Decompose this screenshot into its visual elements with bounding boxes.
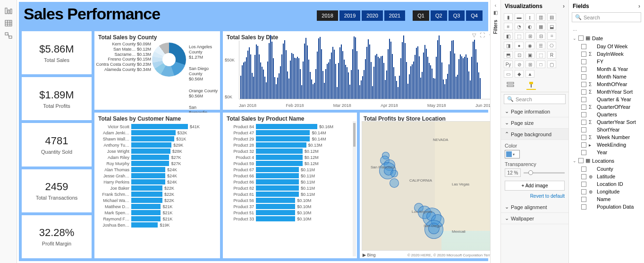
quarter-slicer-Q1[interactable]: Q1 — [413, 10, 429, 21]
field-monthofyear[interactable]: ΣMonthOfYear — [571, 80, 644, 88]
viz-type-icon[interactable]: ≡ — [504, 23, 513, 30]
viz-type-icon[interactable]: ▦ — [536, 23, 545, 30]
field-weekending[interactable]: ▸WeekEnding — [571, 141, 644, 149]
year-slicer-2019[interactable]: 2019 — [339, 10, 360, 21]
viz-type-icon[interactable]: ⊞ — [525, 61, 534, 68]
sales-by-date-chart[interactable]: Total Sales by Date ▽ ⛶ ⋯ $50K $0K Jan 2… — [223, 31, 490, 110]
expand-filters-icon[interactable]: ‹ — [495, 3, 496, 8]
scrollbar[interactable] — [353, 121, 356, 256]
viz-type-icon[interactable]: ▢ — [547, 61, 556, 68]
transparency-value[interactable]: 12 % — [505, 168, 521, 177]
report-view-icon[interactable] — [4, 8, 13, 14]
color-picker[interactable]: ▾ — [505, 150, 520, 158]
fields-search[interactable]: 🔍Search — [572, 12, 641, 22]
kpi-card[interactable]: $1.89MTotal Profits — [22, 77, 92, 120]
kpi-card[interactable]: 4781Quantity Sold — [22, 123, 92, 166]
viz-type-icon[interactable]: ☰ — [536, 42, 545, 49]
section-page-alignment[interactable]: ⌄Page alignment — [501, 202, 568, 213]
viz-type-icon[interactable]: ▬ — [515, 13, 524, 21]
revert-default-link[interactable]: Revert to default — [505, 193, 565, 199]
year-slicer-2018[interactable]: 2018 — [317, 10, 338, 21]
section-page-information[interactable]: ⌄Page information — [501, 106, 568, 117]
viz-type-icon[interactable]: ⊘ — [515, 61, 524, 68]
section-wallpaper[interactable]: ⌄Wallpaper — [501, 213, 568, 224]
table-locations[interactable]: ⌄▦Locations — [571, 156, 644, 165]
viz-type-icon[interactable]: ◔ — [515, 23, 524, 30]
quarter-slicer-Q4[interactable]: Q4 — [466, 10, 483, 21]
viz-type-icon[interactable]: ▤ — [547, 13, 556, 21]
viz-type-icon[interactable]: ⊞ — [525, 32, 534, 40]
section-page-background[interactable]: ⌃Page background — [501, 129, 568, 140]
field-longitude[interactable]: ⊕Longitude — [571, 188, 644, 195]
quarter-slicer-Q3[interactable]: Q3 — [449, 10, 465, 21]
format-search[interactable]: 🔍Search — [504, 94, 566, 104]
viz-type-icon[interactable]: ◉ — [525, 42, 534, 49]
kpi-card[interactable]: 32.28%Profit Margin — [22, 215, 92, 258]
kpi-card[interactable]: $5.86MTotal Sales — [22, 31, 92, 74]
viz-type-icon[interactable]: ◆ — [515, 70, 524, 78]
field-latitude[interactable]: ⊕Latitude — [571, 173, 644, 180]
field-population-data[interactable]: Population Data — [571, 203, 644, 210]
field-county[interactable]: County — [571, 165, 644, 173]
viz-type-icon[interactable]: ⬓ — [547, 23, 556, 30]
viz-type-icon[interactable]: ▲ — [525, 70, 534, 78]
transparency-slider[interactable] — [524, 172, 565, 174]
profits-by-location-map[interactable]: Total Profits by Store Location NEVADASa… — [360, 113, 490, 258]
field-monthyear-sort[interactable]: ΣMonthYear Sort — [571, 88, 644, 96]
field-name[interactable]: Name — [571, 195, 644, 203]
field-day-of-week[interactable]: Day Of Week — [571, 43, 644, 50]
table-date[interactable]: ⌄▦Date — [571, 34, 644, 43]
field-week-number[interactable]: ΣWeek Number — [571, 133, 644, 141]
add-image-button[interactable]: + Add image — [505, 181, 565, 191]
filter-icon[interactable]: ▽ — [472, 32, 476, 38]
viz-type-icon[interactable]: ⊡ — [515, 51, 524, 59]
field-quarterofyear[interactable]: ΣQuarterOfYear — [571, 103, 644, 111]
field-quarters[interactable]: Quarters — [571, 111, 644, 118]
field-month-name[interactable]: Month Name — [571, 73, 644, 80]
bookmark-icon[interactable]: ◧ — [493, 10, 498, 15]
field-quarteryear-sort[interactable]: ΣQuarterYear Sort — [571, 118, 644, 126]
viz-type-icon[interactable]: ▭ — [504, 70, 513, 78]
field-quarter-&-year[interactable]: Quarter & Year — [571, 96, 644, 103]
report-canvas[interactable]: Sales Performance 2018201920202021 Q1Q2Q… — [17, 0, 490, 263]
field-month-&-year[interactable]: Month & Year — [571, 65, 644, 73]
sales-by-product-bars[interactable]: Total Sales by Product Name Product 84$0… — [223, 113, 357, 258]
viz-type-icon[interactable]: ⬒ — [504, 51, 513, 59]
viz-type-icon[interactable]: ◧ — [504, 32, 513, 40]
viz-type-icon[interactable]: ◨ — [504, 42, 513, 49]
format-tab-icon[interactable] — [526, 80, 536, 90]
viz-type-icon[interactable]: ⌗ — [547, 32, 556, 40]
viz-type-icon[interactable]: R — [547, 51, 556, 59]
viz-type-icon[interactable]: ⊟ — [536, 32, 545, 40]
kpi-card[interactable]: 2459Total Transactions — [22, 169, 92, 212]
year-slicer-2021[interactable]: 2021 — [384, 10, 405, 21]
collapse-icon[interactable]: › — [638, 3, 640, 9]
viz-type-icon[interactable]: ▮ — [504, 13, 513, 21]
field-location-id[interactable]: Location ID — [571, 180, 644, 188]
viz-type-icon[interactable]: ⬚ — [515, 32, 524, 40]
field-dayinweek[interactable]: ΣDayInWeek — [571, 50, 644, 58]
viz-type-icon[interactable]: ▥ — [536, 13, 545, 21]
section-page-size[interactable]: ⌄Page size — [501, 117, 568, 129]
model-view-icon[interactable] — [4, 32, 13, 39]
field-shortyear[interactable]: ShortYear — [571, 126, 644, 133]
viz-type-icon[interactable]: Py — [504, 61, 513, 68]
viz-type-icon[interactable]: □ — [536, 61, 545, 68]
focus-icon[interactable]: ⛶ — [480, 32, 485, 38]
collapse-icon[interactable]: › — [563, 3, 565, 9]
viz-type-icon[interactable]: ⫿ — [525, 13, 534, 21]
viz-type-icon[interactable]: ● — [515, 42, 524, 49]
sales-by-county-donut[interactable]: Total Sales by County Kern County $0.09M… — [94, 31, 220, 110]
data-view-icon[interactable] — [4, 20, 13, 26]
viz-type-icon[interactable]: ⬚ — [536, 51, 545, 59]
filters-pane-collapsed[interactable]: ‹ ◧ Filters — [490, 0, 500, 263]
more-icon[interactable]: ⋯ — [489, 32, 490, 38]
viz-type-icon[interactable]: ⎔ — [547, 42, 556, 49]
year-slicer-2020[interactable]: 2020 — [362, 10, 382, 21]
quarter-slicer-Q2[interactable]: Q2 — [431, 10, 447, 21]
viz-type-icon[interactable]: ◐ — [525, 23, 534, 30]
field-fy[interactable]: FY — [571, 58, 644, 65]
fields-tab-icon[interactable] — [506, 80, 515, 90]
sales-by-customer-bars[interactable]: Total Sales by Customer Name Victor Scot… — [94, 113, 220, 258]
viz-type-icon[interactable]: ▣ — [525, 51, 534, 59]
